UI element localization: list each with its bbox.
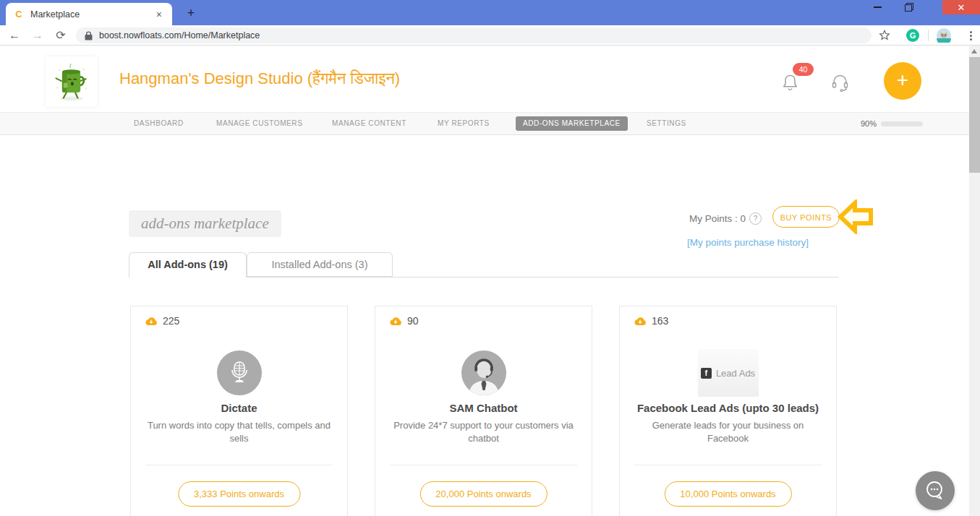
site-header: Hangman's Design Studio (हैंगमैन डिजाइन)… [0,46,969,112]
notification-count-badge: 40 [793,63,814,76]
nav-item-addons-marketplace[interactable]: ADD-ONS MARKETPLACE [516,116,628,131]
tab-all-addons[interactable]: All Add-ons (19) [129,252,247,278]
support-agent-avatar-icon [461,351,506,395]
points-help-icon[interactable]: ? [749,212,762,225]
downloads-cloud-icon [145,317,158,326]
add-content-button[interactable]: + [884,62,921,100]
microphone-icon [217,351,262,395]
site-favicon-icon: C [13,9,25,20]
new-tab-button[interactable]: + [182,4,200,22]
minimize-icon [874,7,882,8]
grammarly-icon: G [906,29,919,42]
browser-menu-button[interactable] [963,28,978,43]
nav-item-my-reports[interactable]: MY REPORTS [438,113,490,134]
forward-button[interactable]: → [29,27,46,44]
close-tab-icon[interactable]: × [153,8,165,21]
install-count-value: 225 [163,315,179,327]
addon-price-button[interactable]: 3,333 Points onwards [178,481,300,507]
nav-item-manage-content[interactable]: MANAGE CONTENT [332,113,406,134]
minimize-window-button[interactable] [862,0,892,14]
close-window-button[interactable]: ✕ [942,0,980,14]
addon-description: Provide 24*7 support to your customers v… [391,419,576,444]
nav-item-manage-customers[interactable]: MANAGE CUSTOMERS [216,113,302,134]
addon-description: Turn words into copy that tells, compels… [147,419,331,444]
tab-title: Marketplace [30,9,153,20]
install-count: 163 [634,315,668,327]
toolbar-divider [928,30,929,41]
reload-button[interactable]: ⟳ [52,27,69,44]
kebab-menu-icon [970,31,972,40]
page-scrollbar[interactable] [969,46,980,516]
lead-ads-label: Lead Ads [716,368,755,379]
marketplace-tabs: All Add-ons (19) Installed Add-ons (3) [0,252,969,278]
nav-item-dashboard[interactable]: DASHBOARD [134,113,184,134]
business-name-title: Hangman's Design Studio (हैंगमैन डिजाइन) [119,69,400,88]
main-navigation: DASHBOARD MANAGE CUSTOMERS MANAGE CONTEN… [0,112,969,135]
bell-icon [781,73,799,93]
profile-completion-bar [881,121,923,126]
grammarly-extension-icon[interactable]: G [906,28,920,43]
browser-tab[interactable]: C Marketplace × [6,3,172,25]
install-count-value: 90 [407,315,419,327]
business-logo[interactable] [46,56,98,107]
tab-strip: C Marketplace × + ✕ [0,0,980,25]
chat-bubble-icon [924,480,946,502]
page-title: add-ons marketplace [129,210,281,237]
card-divider [634,465,822,465]
downloads-cloud-icon [389,317,402,326]
profile-completion-percent: 90% [861,113,877,134]
install-count: 225 [145,315,179,327]
url-text: boost.nowfloats.com/Home/Marketplace [99,30,260,40]
addon-price-button[interactable]: 10,000 Points onwards [664,481,791,507]
install-count-value: 163 [652,315,668,327]
browser-window: C Marketplace × + ✕ ← → ⟳ boost.nowfloat… [0,0,980,516]
addon-price-button[interactable]: 20,000 Points onwards [419,481,547,507]
card-divider [390,465,577,465]
annotation-arrow-icon [838,199,874,237]
restore-icon [905,4,911,11]
addon-title: Facebook Lead Ads (upto 30 leads) [620,402,836,414]
live-chat-button[interactable] [916,471,955,510]
addon-card-dictate[interactable]: 225 Dictate Turn words into copy that te… [130,306,348,516]
browser-toolbar: ← → ⟳ boost.nowfloats.com/Home/Marketpla… [0,25,980,46]
url-bar[interactable]: boost.nowfloats.com/Home/Marketplace [76,27,872,43]
profile-avatar[interactable] [937,28,951,43]
card-divider [145,465,333,465]
addon-card-sam-chatbot[interactable]: 90 SAM Chatbot Provide 24*7 support to [375,306,592,516]
addon-description: Generate leads for your business on Face… [636,419,820,444]
headset-icon [830,73,850,93]
notifications-button[interactable] [781,73,803,95]
downloads-cloud-icon [634,317,647,326]
addon-title: SAM Chatbot [375,402,592,414]
scrollbar-up-arrow[interactable] [971,49,977,53]
buy-points-button[interactable]: BUY POINTS [772,206,840,228]
support-button[interactable] [830,73,852,95]
addon-title: Dictate [131,402,347,414]
install-count: 90 [389,315,419,327]
nav-item-settings[interactable]: SETTINGS [647,113,686,134]
restore-window-button[interactable] [892,0,923,14]
back-button[interactable]: ← [6,27,23,44]
points-purchase-history-link[interactable]: [My points purchase history] [687,237,809,248]
scrollbar-thumb[interactable] [969,57,980,173]
bookmark-star-icon[interactable] [877,28,892,43]
green-mug-mascot-icon [50,61,93,103]
my-points-label: My Points : 0 [689,212,746,226]
lock-icon [85,31,93,40]
facebook-icon: f [701,368,712,379]
tab-installed-addons[interactable]: Installed Add-ons (3) [247,252,393,277]
facebook-lead-ads-image: f Lead Ads [698,349,759,397]
addon-card-facebook-lead-ads[interactable]: 163 f Lead Ads Facebook Lead Ads (upto 3… [619,306,837,516]
